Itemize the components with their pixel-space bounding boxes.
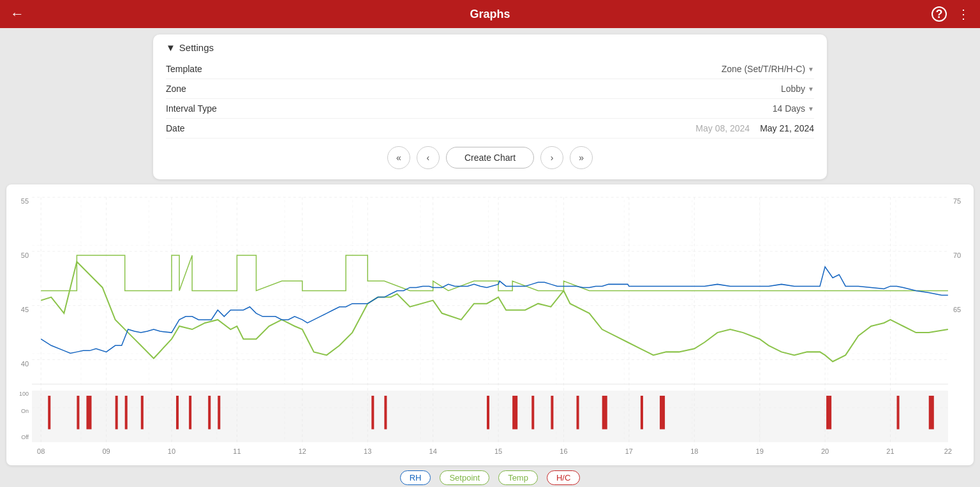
svg-rect-60	[487, 396, 489, 429]
date-from: May 08, 2024	[695, 123, 750, 133]
template-value[interactable]: Zone (Set/T/RH/H-C) ▼	[722, 64, 814, 74]
prev-prev-button[interactable]: «	[387, 146, 410, 169]
legend-temp[interactable]: Temp	[498, 470, 538, 485]
svg-rect-64	[577, 396, 579, 429]
svg-text:On: On	[21, 408, 29, 414]
svg-rect-62	[531, 396, 534, 429]
svg-text:50: 50	[21, 251, 29, 259]
legend-hc[interactable]: H/C	[547, 470, 580, 485]
legend-rh[interactable]: RH	[400, 470, 431, 485]
svg-text:10: 10	[168, 447, 175, 455]
date-range: May 08, 2024 May 21, 2024	[695, 123, 814, 133]
svg-text:14: 14	[429, 447, 437, 455]
svg-rect-68	[826, 396, 831, 429]
svg-text:11: 11	[233, 447, 241, 455]
date-label: Date	[166, 123, 185, 133]
page-title: Graphs	[470, 8, 510, 21]
prev-button[interactable]: ‹	[417, 146, 440, 169]
svg-rect-66	[641, 396, 643, 429]
interval-type-row: Interval Type 14 Days ▼	[166, 99, 814, 119]
interval-type-label: Interval Type	[166, 103, 217, 114]
template-row: Template Zone (Set/T/RH/H-C) ▼	[166, 59, 814, 79]
nav-row: « ‹ Create Chart › »	[166, 146, 814, 169]
svg-rect-57	[218, 396, 220, 429]
zone-dropdown-icon: ▼	[808, 86, 814, 93]
legend: RH Setpoint Temp H/C	[0, 470, 980, 485]
svg-rect-58	[371, 396, 374, 429]
svg-text:21: 21	[886, 447, 894, 455]
interval-dropdown-icon: ▼	[808, 105, 814, 112]
svg-text:70: 70	[953, 251, 961, 259]
settings-header[interactable]: ▼ Settings	[166, 42, 814, 53]
svg-text:13: 13	[364, 447, 371, 455]
svg-text:17: 17	[625, 447, 633, 455]
svg-rect-52	[125, 396, 128, 429]
zone-value[interactable]: Lobby ▼	[781, 84, 814, 94]
svg-rect-51	[115, 396, 118, 429]
svg-text:65: 65	[953, 306, 961, 313]
zone-row: Zone Lobby ▼	[166, 79, 814, 99]
svg-rect-48	[48, 396, 50, 429]
svg-rect-54	[176, 396, 179, 429]
interval-type-value[interactable]: 14 Days ▼	[773, 103, 814, 114]
svg-text:08: 08	[37, 447, 45, 455]
svg-rect-53	[141, 396, 144, 429]
next-button[interactable]: ›	[540, 146, 563, 169]
svg-text:15: 15	[494, 447, 502, 455]
svg-rect-59	[384, 396, 387, 429]
chart-svg: 55 50 45 40 75 70 65 100 On Off 08 09 10…	[13, 191, 967, 461]
svg-text:09: 09	[102, 447, 110, 455]
settings-label: Settings	[179, 42, 214, 53]
header: ← Graphs ? ⋮	[0, 0, 980, 28]
settings-panel: ▼ Settings Template Zone (Set/T/RH/H-C) …	[153, 34, 827, 179]
chart-container: 55 50 45 40 75 70 65 100 On Off 08 09 10…	[6, 184, 974, 465]
svg-rect-56	[208, 396, 211, 429]
svg-text:100: 100	[19, 391, 29, 397]
svg-rect-70	[929, 396, 934, 429]
header-icons: ? ⋮	[932, 6, 970, 22]
svg-rect-49	[77, 396, 79, 429]
svg-text:16: 16	[560, 447, 567, 455]
date-row: Date May 08, 2024 May 21, 2024	[166, 119, 814, 139]
svg-rect-3	[32, 391, 948, 442]
create-chart-button[interactable]: Create Chart	[446, 147, 534, 169]
svg-text:40: 40	[21, 360, 29, 368]
svg-rect-61	[512, 396, 517, 429]
template-dropdown-icon: ▼	[808, 66, 814, 73]
svg-text:75: 75	[953, 197, 961, 205]
svg-text:12: 12	[299, 447, 306, 455]
svg-text:20: 20	[821, 447, 829, 455]
svg-text:45: 45	[21, 306, 29, 313]
svg-text:22: 22	[944, 447, 952, 455]
svg-text:Off: Off	[21, 434, 29, 440]
svg-rect-50	[86, 396, 91, 429]
svg-rect-65	[602, 396, 607, 429]
settings-arrow-icon: ▼	[166, 42, 175, 53]
date-to: May 21, 2024	[760, 123, 814, 133]
svg-rect-55	[189, 396, 191, 429]
svg-rect-63	[551, 396, 553, 429]
svg-rect-69	[897, 396, 900, 429]
svg-text:18: 18	[690, 447, 698, 455]
help-icon[interactable]: ?	[932, 6, 947, 22]
svg-rect-67	[660, 396, 665, 429]
next-next-button[interactable]: »	[570, 146, 593, 169]
svg-text:55: 55	[21, 197, 29, 205]
legend-setpoint[interactable]: Setpoint	[440, 470, 489, 485]
more-icon[interactable]: ⋮	[957, 6, 970, 22]
zone-label: Zone	[166, 84, 186, 94]
back-button[interactable]: ←	[10, 6, 24, 22]
svg-text:19: 19	[756, 447, 764, 455]
template-label: Template	[166, 64, 202, 74]
